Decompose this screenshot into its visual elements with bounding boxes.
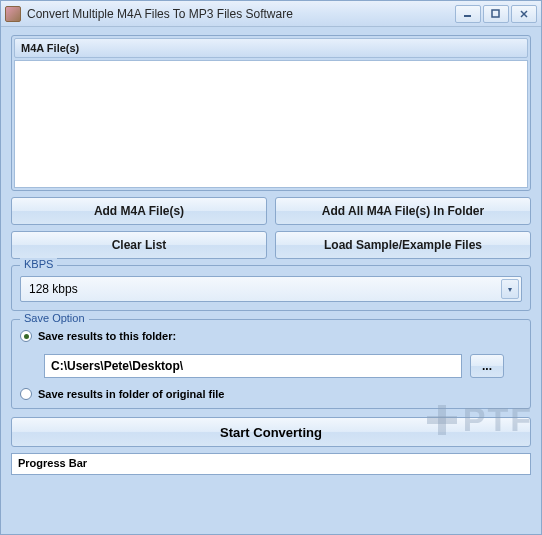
- radio-save-original-row: Save results in folder of original file: [20, 388, 522, 400]
- progress-label: Progress Bar: [18, 457, 87, 469]
- kbps-dropdown[interactable]: 128 kbps ▾: [20, 276, 522, 302]
- file-group: M4A File(s): [11, 35, 531, 191]
- browse-button[interactable]: ...: [470, 354, 504, 378]
- kbps-selected-value: 128 kbps: [29, 282, 501, 296]
- add-folder-button[interactable]: Add All M4A File(s) In Folder: [275, 197, 531, 225]
- start-converting-button[interactable]: Start Converting: [11, 417, 531, 447]
- maximize-button[interactable]: [483, 5, 509, 23]
- save-legend: Save Option: [20, 312, 89, 324]
- add-files-button[interactable]: Add M4A File(s): [11, 197, 267, 225]
- titlebar: Convert Multiple M4A Files To MP3 Files …: [1, 1, 541, 27]
- folder-path-input[interactable]: [44, 354, 462, 378]
- maximize-icon: [491, 9, 501, 19]
- svg-rect-1: [492, 10, 499, 17]
- load-sample-button[interactable]: Load Sample/Example Files: [275, 231, 531, 259]
- kbps-legend: KBPS: [20, 258, 57, 270]
- progress-bar: Progress Bar: [11, 453, 531, 475]
- content-area: M4A File(s) Add M4A File(s) Add All M4A …: [1, 27, 541, 481]
- radio-save-to-folder[interactable]: [20, 330, 32, 342]
- close-icon: [519, 9, 529, 19]
- button-row-2: Clear List Load Sample/Example Files: [11, 231, 531, 259]
- window-title: Convert Multiple M4A Files To MP3 Files …: [27, 7, 455, 21]
- radio-save-original[interactable]: [20, 388, 32, 400]
- radio-save-to-folder-row: Save results to this folder:: [20, 330, 522, 342]
- file-list-header: M4A File(s): [14, 38, 528, 58]
- window-controls: [455, 5, 537, 23]
- file-list[interactable]: [14, 60, 528, 188]
- chevron-down-icon: ▾: [501, 279, 519, 299]
- save-option-fieldset: Save Option Save results to this folder:…: [11, 319, 531, 409]
- button-row-1: Add M4A File(s) Add All M4A File(s) In F…: [11, 197, 531, 225]
- minimize-icon: [463, 9, 473, 19]
- kbps-fieldset: KBPS 128 kbps ▾: [11, 265, 531, 311]
- clear-list-button[interactable]: Clear List: [11, 231, 267, 259]
- radio-save-original-label: Save results in folder of original file: [38, 388, 224, 400]
- radio-save-to-folder-label: Save results to this folder:: [38, 330, 176, 342]
- folder-path-row: ...: [20, 348, 522, 388]
- app-window: Convert Multiple M4A Files To MP3 Files …: [0, 0, 542, 535]
- close-button[interactable]: [511, 5, 537, 23]
- app-icon: [5, 6, 21, 22]
- minimize-button[interactable]: [455, 5, 481, 23]
